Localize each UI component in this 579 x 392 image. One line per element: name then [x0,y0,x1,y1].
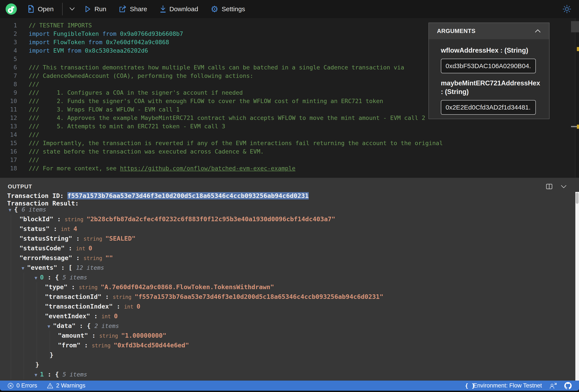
indent-guide [50,331,50,360]
line-number: 5 [0,55,17,63]
line-number: 12 [0,114,17,122]
expander-triangle-icon[interactable]: ▼ [35,275,40,280]
editor-scrollbar-thumb[interactable] [571,21,579,32]
json-type-tag: string [83,255,105,261]
code-comment: /// 3. Wraps FLOW as WFLOW - EVM call 1 [29,106,180,113]
json-key: "transactionId" [45,293,101,300]
output-scrollbar-track[interactable] [575,192,579,381]
output-row: ▼ "events" : [ 12 items [0,263,579,273]
json-punctuation: : { [44,371,63,378]
code-comment: /// CadenceOwnedAccount (COA), performin… [29,72,253,79]
json-type-tag: string [83,236,105,242]
output-row: "statusString" : string "SEALED" [0,234,579,243]
github-icon[interactable] [564,382,572,390]
open-button[interactable]: Open [27,5,54,13]
transaction-id-label: Transaction ID: [7,192,67,199]
errors-count: 0 Errors [16,382,37,389]
output-tree[interactable]: ▼ { 6 items"blockId" : string "2b28cbfb8… [0,205,579,381]
settings-button[interactable]: ⚙ Settings [211,5,245,13]
open-label: Open [38,5,54,13]
collapse-output-chevron-icon[interactable] [560,185,567,188]
code-comment: /// state before the transaction was exe… [29,148,264,155]
code-editor[interactable]: 1// TESTNET IMPORTS2import FungibleToken… [0,18,579,177]
output-row: ▼ 0 : { 5 items [0,273,579,282]
line-number: 2 [0,30,17,38]
line-number: 15 [0,139,17,147]
json-key: "status" [19,225,50,232]
gear-icon: ⚙ [211,5,218,13]
maybemint-address-input[interactable] [441,100,536,115]
json-string-value: "2b28cbfb87da2cfec4f0232c6f883f0f12c95b3… [86,215,335,223]
warnings-indicator[interactable]: 2 Warnings [47,382,85,389]
expander-triangle-icon[interactable]: ▼ [9,207,14,213]
json-type-tag: string [99,333,121,339]
open-dropdown-button[interactable] [69,7,75,11]
json-key: "events" [27,264,57,271]
code-comment: /// 2. Funds the signer's COA with enoug… [29,98,383,104]
collapse-chevron-up-icon[interactable] [534,29,541,33]
json-key: "data" [53,322,75,330]
theme-toggle-button[interactable] [562,4,572,14]
expander-triangle-icon[interactable]: ▼ [22,266,27,271]
code-keyword: from [102,30,120,37]
line-number: 17 [0,156,17,164]
expander-triangle-icon[interactable]: ▼ [48,324,53,329]
transaction-id-line: Transaction ID: f557a1573b76aa53e73d46f3… [0,192,579,200]
arguments-body: wflowAddressHex : (String) maybeMintERC7… [429,39,549,115]
line-number: 10 [0,97,17,105]
json-type-tag: int [61,226,73,232]
json-number-value: 0 [114,312,118,320]
json-punctuation: : [113,303,124,310]
line-number: 16 [0,147,17,156]
json-type-tag: int [101,314,114,320]
json-type-tag: string [92,343,114,349]
code-link[interactable]: https://github.com/onflow/batched-evm-ex… [120,165,295,172]
download-label: Download [169,5,198,13]
arguments-panel-header[interactable]: ARGUMENTS [429,23,549,39]
output-row: "statusCode" : int 0 [0,243,579,253]
line-number: 18 [0,164,17,172]
code-comment: /// 1. Configures a COA in the signer's … [29,89,243,96]
json-index-key: 0 [40,274,44,281]
flow-logo-icon[interactable] [6,3,17,15]
line-number: 9 [0,88,17,97]
run-label: Run [94,5,106,13]
code-comment: /// This transaction demonstrates how mu… [29,64,404,71]
json-punctuation: : [90,312,101,320]
line-number: 1 [0,21,17,30]
output-row: "errorMessage" : string "" [0,253,579,263]
json-string-value: "" [105,254,113,262]
code-line: 17/// [0,156,579,164]
errors-indicator[interactable]: 0 Errors [7,382,37,389]
json-punctuation: } [50,351,53,359]
line-number: 13 [0,122,17,130]
json-key: "blockId" [19,215,53,223]
settings-label: Settings [222,5,245,13]
expander-triangle-icon[interactable]: ▼ [35,372,40,378]
json-item-count: 12 items [76,264,104,271]
toolbar: Open Run Share Download ⚙ Settings [0,0,579,18]
json-item-count: 5 items [63,274,87,281]
json-punctuation: : [101,293,113,300]
output-row: "status" : int 4 [0,224,579,234]
json-type-tag: int [76,246,88,252]
environment-indicator[interactable]: { } Environment: Flow Testnet [465,382,542,389]
run-play-icon [85,5,91,13]
download-button[interactable]: Download [160,5,198,13]
code-type: FlowToken [53,39,88,46]
share-button[interactable]: Share [119,5,147,13]
code-comment: // TESTNET IMPORTS [29,22,92,29]
run-button[interactable]: Run [85,5,106,13]
json-key: "amount" [58,332,88,339]
json-punctuation: { [14,206,22,213]
warning-marker [577,47,579,51]
feedback-person-icon[interactable] [549,382,557,389]
split-view-icon[interactable] [546,183,553,190]
code-comment: /// [29,81,39,88]
wflow-address-input[interactable] [441,59,536,73]
json-string-value: "1.00000000" [121,332,166,339]
code-line: 18/// For more context, see https://gith… [0,164,579,172]
line-number: 6 [0,63,17,72]
output-scrollbar-thumb[interactable] [576,193,579,204]
json-number-value: 4 [73,225,77,232]
